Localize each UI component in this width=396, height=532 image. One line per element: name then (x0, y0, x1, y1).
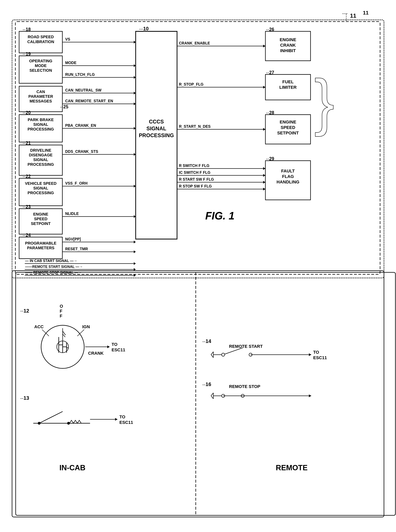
svg-text:CRANK: CRANK (280, 43, 296, 48)
svg-marker-123 (263, 128, 265, 131)
svg-text:25: 25 (63, 104, 68, 109)
svg-text:CAN_REMOTE_START_EN: CAN_REMOTE_START_EN (65, 99, 113, 103)
svg-text:24: 24 (26, 233, 31, 238)
svg-text:REMOTE STOP: REMOTE STOP (229, 384, 260, 389)
svg-text:ENGINE: ENGINE (280, 120, 296, 125)
svg-text:16: 16 (205, 381, 211, 387)
svg-text:SIGNAL: SIGNAL (33, 186, 48, 190)
svg-text:ESC11: ESC11 (119, 420, 133, 425)
svg-marker-114 (263, 86, 265, 89)
svg-marker-91 (134, 262, 136, 265)
svg-text:— IN CAB START SIGNAL —→: — IN CAB START SIGNAL —→ (25, 259, 77, 263)
svg-text:28: 28 (269, 110, 274, 115)
page: 11 11 ROAD SPEED CALIBRATION 18 OPERATIN… (0, 0, 396, 532)
svg-text:PROCESSING: PROCESSING (139, 132, 174, 138)
svg-text:27: 27 (269, 70, 274, 75)
svg-marker-88 (134, 251, 136, 253)
svg-text:ESC11: ESC11 (111, 347, 125, 352)
svg-marker-187 (309, 353, 311, 356)
svg-text:SELECTION: SELECTION (29, 68, 52, 72)
bottom-section: 12 ACC O F F IGN CRANK (8, 270, 388, 521)
svg-text:RUN_LTCH_FLG: RUN_LTCH_FLG (65, 72, 95, 77)
svg-text:SIGNAL: SIGNAL (33, 157, 48, 162)
svg-line-169 (39, 412, 63, 423)
svg-text:ENGINE: ENGINE (280, 37, 296, 42)
svg-text:SPEED: SPEED (34, 216, 47, 221)
svg-marker-85 (134, 241, 136, 243)
svg-point-170 (38, 422, 41, 425)
svg-line-183 (223, 348, 243, 355)
svg-text:FLAG: FLAG (282, 174, 294, 179)
svg-marker-173 (115, 418, 117, 421)
svg-text:23: 23 (26, 204, 31, 209)
svg-text:TO: TO (313, 350, 319, 355)
svg-text:DRIVELINE: DRIVELINE (30, 148, 51, 152)
svg-text:18: 18 (26, 27, 31, 32)
svg-text:SPEED: SPEED (281, 125, 295, 130)
svg-marker-132 (263, 167, 265, 170)
svg-text:IGN: IGN (82, 324, 90, 329)
svg-text:13: 13 (23, 395, 29, 401)
svg-text:REMOTE: REMOTE (276, 464, 308, 472)
svg-text:——REMOTE START SIGNAL —→: ——REMOTE START SIGNAL —→ (25, 264, 83, 269)
svg-text:CAN_NEUTRAL_SW: CAN_NEUTRAL_SW (65, 88, 102, 92)
svg-text:REMOTE START: REMOTE START (229, 344, 263, 349)
svg-text:PARAMETER: PARAMETER (28, 94, 53, 99)
svg-marker-201 (309, 395, 311, 397)
svg-text:11: 11 (350, 12, 356, 19)
svg-marker-135 (263, 174, 265, 177)
svg-text:19: 19 (26, 51, 31, 57)
svg-text:NGV[PP]: NGV[PP] (65, 237, 81, 241)
svg-text:IN-CAB: IN-CAB (59, 464, 86, 472)
svg-text:12: 12 (23, 308, 29, 314)
svg-text:26: 26 (269, 27, 274, 32)
svg-text:DDS_CRANK_STS: DDS_CRANK_STS (65, 149, 98, 154)
svg-text:O: O (60, 304, 63, 309)
svg-text:29: 29 (269, 156, 274, 161)
svg-text:ESC11: ESC11 (313, 355, 327, 360)
svg-text:CRANK: CRANK (88, 351, 104, 356)
svg-text:PARK BRAKE: PARK BRAKE (28, 117, 54, 122)
svg-line-196 (211, 396, 213, 399)
svg-text:14: 14 (205, 338, 211, 344)
svg-marker-163 (107, 346, 110, 348)
svg-text:F: F (60, 309, 62, 314)
svg-text:TO: TO (119, 414, 125, 419)
svg-text:R_STOP_FLG: R_STOP_FLG (179, 82, 204, 86)
svg-point-184 (221, 353, 225, 356)
svg-marker-138 (263, 181, 265, 184)
svg-text:R STOP SW F FLG: R STOP SW F FLG (179, 184, 212, 188)
svg-text:SETPOINT: SETPOINT (31, 221, 51, 226)
svg-text:10: 10 (143, 26, 149, 31)
svg-point-171 (67, 422, 70, 425)
svg-text:FAULT: FAULT (281, 168, 295, 173)
svg-text:MESSAGES: MESSAGES (29, 99, 52, 103)
svg-text:22: 22 (26, 174, 31, 179)
svg-line-181 (211, 352, 213, 355)
svg-text:PROGRAMABLE: PROGRAMABLE (25, 241, 56, 245)
bottom-svg: 12 ACC O F F IGN CRANK (8, 270, 396, 521)
svg-text:}: } (314, 67, 335, 137)
svg-text:20: 20 (26, 110, 31, 115)
svg-text:PROCESSING: PROCESSING (28, 127, 54, 131)
svg-rect-0 (15, 22, 380, 274)
svg-line-182 (211, 355, 213, 358)
svg-text:OPERATING: OPERATING (29, 59, 52, 63)
svg-text:FIG. 1: FIG. 1 (205, 209, 234, 222)
svg-marker-106 (263, 45, 265, 48)
svg-text:IC SWITCH F FLG: IC SWITCH F FLG (179, 170, 210, 175)
svg-text:21: 21 (26, 140, 31, 146)
svg-text:SIGNAL: SIGNAL (146, 126, 166, 132)
svg-line-195 (211, 393, 213, 396)
svg-text:R START SW F FLG: R START SW F FLG (179, 177, 214, 181)
svg-text:TO: TO (111, 342, 117, 347)
svg-text:PARAMETERS: PARAMETERS (27, 245, 54, 250)
svg-text:SIGNAL: SIGNAL (33, 122, 48, 127)
svg-text:CALIBRATION: CALIBRATION (27, 39, 54, 44)
svg-text:VSS_F_ORH: VSS_F_ORH (65, 181, 87, 185)
svg-text:RESET_TMR: RESET_TMR (65, 247, 88, 251)
svg-text:MODE: MODE (65, 60, 76, 65)
svg-text:ACC: ACC (34, 324, 44, 329)
svg-text:HANDLING: HANDLING (277, 179, 299, 184)
svg-text:SETPOINT: SETPOINT (277, 131, 299, 135)
